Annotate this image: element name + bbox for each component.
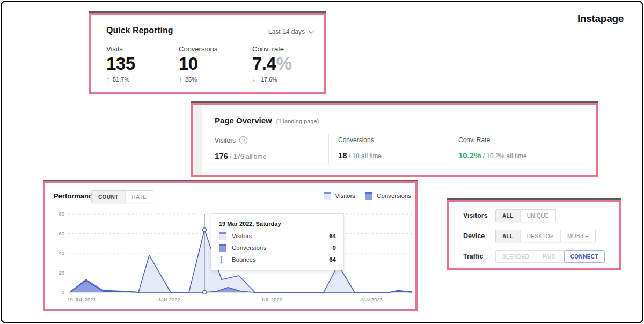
svg-text:40: 40 — [58, 250, 64, 256]
up-arrow-icon: ↑ — [106, 76, 109, 83]
svg-text:JAN 2022: JAN 2022 — [158, 297, 180, 303]
legend-visitors[interactable]: Visitors — [324, 192, 356, 200]
stat-conversions: Conversions 18/ 18 all time — [338, 136, 382, 160]
svg-text:60: 60 — [58, 231, 64, 237]
filter-row-visitors: Visitors ALL UNIQUE — [463, 209, 556, 222]
metric-delta: 25% — [185, 76, 197, 83]
down-arrow-icon: ↓ — [252, 76, 255, 83]
connect-button[interactable]: CONNECT — [564, 250, 605, 263]
metric-conversions: Conversions 10 ↑ 25% — [179, 45, 217, 83]
legend-conversions[interactable]: Conversions — [365, 192, 411, 200]
traffic-paid-button: PAID — [536, 251, 562, 262]
tooltip-date: 19 Mar 2022, Saturday — [219, 220, 336, 227]
device-filter-toggle: ALL DESKTOP MOBILE — [495, 230, 596, 242]
page-overview-panel: Page Overview (1 landing page) Visitors … — [191, 103, 598, 177]
instapage-logo: Instapage — [577, 13, 624, 25]
tooltip-row-bounces: Bounces 64 — [219, 254, 336, 266]
panel-left-gutter — [193, 105, 202, 175]
divider — [328, 134, 329, 164]
period-label: Last 14 days — [268, 28, 305, 35]
rate-toggle-button[interactable]: RATE — [126, 191, 153, 203]
metric-delta: 51.7% — [113, 76, 129, 83]
filter-row-device: Device ALL DESKTOP MOBILE — [463, 230, 596, 242]
performance-panel: Performance COUNT RATE Visitors Conversi… — [43, 181, 418, 311]
filters-panel: Visitors ALL UNIQUE Device ALL DESKTOP M… — [447, 200, 621, 270]
visitors-swatch-icon — [219, 232, 226, 240]
page-overview-title: Page Overview — [215, 116, 272, 125]
tooltip-row-visitors: Visitors 64 — [219, 230, 336, 242]
help-icon[interactable]: ? — [239, 136, 247, 144]
metric-delta: -17.6% — [259, 76, 277, 83]
svg-text:20: 20 — [58, 270, 64, 276]
svg-text:JAN 2023: JAN 2023 — [360, 297, 383, 303]
svg-text:JUL 2022: JUL 2022 — [261, 297, 282, 303]
traffic-blended-button: BLENDED — [496, 251, 536, 262]
visitors-swatch-icon — [324, 192, 331, 200]
stat-visitors: Visitors ? 176/ 176 all time — [215, 136, 266, 160]
count-rate-toggle: COUNT RATE — [91, 190, 153, 203]
tooltip-row-conversions: Conversions 0 — [219, 242, 336, 254]
metric-visits: Visits 135 ↑ 51.7% — [106, 45, 135, 83]
chart-legend: Visitors Conversions — [314, 192, 411, 200]
page-overview-subtitle: (1 landing page) — [276, 118, 319, 124]
stat-conv-rate: Conv. Rate 10.2%/ 10.2% all time — [458, 136, 527, 160]
quick-reporting-title: Quick Reporting — [106, 26, 173, 35]
screenshot-canvas: Instapage Quick Reporting Last 14 days V… — [0, 0, 644, 324]
chart-tooltip: 19 Mar 2022, Saturday Visitors 64 Conver… — [211, 213, 344, 270]
metric-conv-rate: Conv. rate 7.4% ↓ -17.6% — [252, 45, 291, 83]
visitors-unique-button[interactable]: UNIQUE — [521, 210, 555, 222]
device-desktop-button[interactable]: DESKTOP — [521, 230, 561, 242]
svg-text:19 JUL 2021: 19 JUL 2021 — [67, 297, 96, 303]
chevron-down-icon — [308, 27, 314, 33]
performance-title: Performance — [54, 192, 96, 200]
visitors-filter-toggle: ALL UNIQUE — [495, 209, 556, 222]
svg-text:80: 80 — [58, 211, 64, 217]
device-mobile-button[interactable]: MOBILE — [561, 230, 595, 242]
svg-text:0: 0 — [62, 289, 64, 295]
count-toggle-button[interactable]: COUNT — [92, 191, 126, 203]
conversions-swatch-icon — [219, 244, 226, 252]
bounces-icon — [219, 256, 228, 264]
quick-reporting-panel: Quick Reporting Last 14 days Visits 135 … — [89, 13, 326, 94]
conversions-swatch-icon — [365, 192, 372, 200]
period-dropdown[interactable]: Last 14 days — [268, 28, 313, 35]
up-arrow-icon: ↑ — [179, 76, 182, 83]
device-all-button[interactable]: ALL — [496, 230, 521, 242]
divider — [449, 134, 449, 164]
visitors-all-button[interactable]: ALL — [496, 210, 521, 222]
